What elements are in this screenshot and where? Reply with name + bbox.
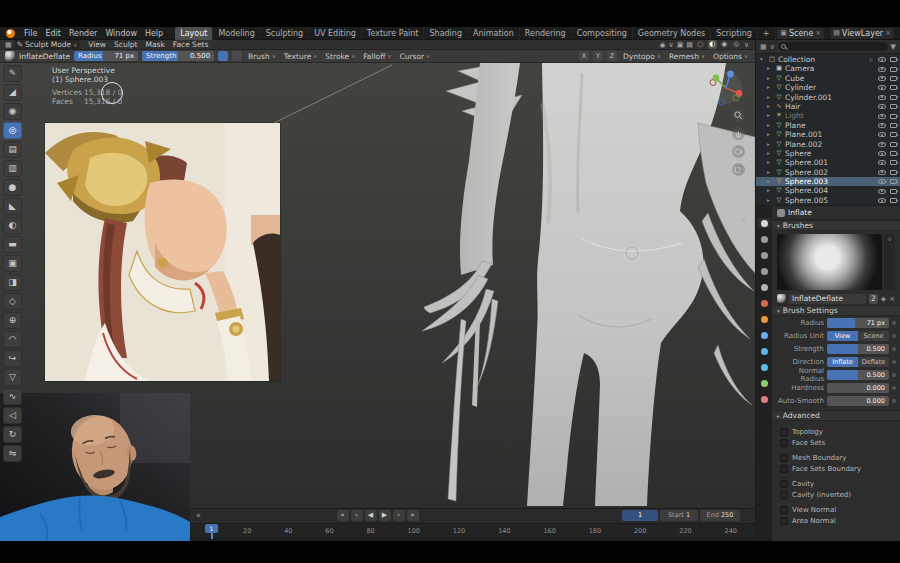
outliner-item-sphere-001[interactable]: ▸ ▽ Sphere.001: [756, 158, 900, 167]
auto-smooth-slider[interactable]: 0.000: [827, 396, 889, 406]
item-expand-icon[interactable]: ▸: [767, 93, 773, 102]
prev-keyframe-button[interactable]: ‹: [351, 510, 363, 521]
properties-tab-active-tool[interactable]: [757, 218, 771, 228]
disable-render-icon[interactable]: [890, 95, 897, 100]
disable-render-icon[interactable]: [890, 123, 897, 128]
item-expand-icon[interactable]: ▸: [767, 64, 773, 73]
workspace-tab-animation[interactable]: Animation: [468, 27, 520, 40]
tool-thumb-button[interactable]: ▽: [3, 369, 22, 386]
tool-smooth-button[interactable]: ◐: [3, 217, 22, 234]
mirror-toggle[interactable]: Y: [593, 51, 603, 61]
object-name[interactable]: Camera: [785, 64, 874, 73]
move-view-icon[interactable]: [732, 127, 745, 140]
workspace-tab-geometry-nodes[interactable]: Geometry Nodes: [633, 27, 711, 40]
viewport-options-dropdown[interactable]: Remesh∨: [667, 52, 707, 61]
radius-slider[interactable]: Radius 71 px: [74, 51, 138, 61]
viewport-menu[interactable]: Face Sets: [169, 40, 213, 49]
normal-radius-slider[interactable]: 0.500: [827, 370, 889, 380]
tool-clay-strips-button[interactable]: ▤: [3, 141, 22, 158]
collection-expand-icon[interactable]: ▾: [760, 55, 766, 64]
pivot-icon[interactable]: ◉: [659, 41, 665, 49]
filter-icon[interactable]: ▼: [891, 43, 896, 51]
tool-pinch-button[interactable]: ◇: [3, 293, 22, 310]
disable-render-icon[interactable]: [890, 151, 897, 156]
workspace-tab-sculpting[interactable]: Sculpting: [261, 27, 309, 40]
item-expand-icon[interactable]: ▸: [767, 177, 773, 186]
item-expand-icon[interactable]: ▸: [767, 186, 773, 195]
current-frame-field[interactable]: 1: [622, 510, 658, 521]
tool-clay-button[interactable]: ◉: [3, 103, 22, 120]
outliner-search-input[interactable]: [778, 42, 888, 51]
outliner-item-sphere-003[interactable]: ▸ ▽ Sphere.003: [756, 177, 900, 186]
outliner-item-cylinder-001[interactable]: ▸ ▽ Cylinder.001: [756, 93, 900, 102]
animate-dot-icon[interactable]: [892, 386, 896, 390]
hide-eye-icon[interactable]: [878, 67, 886, 72]
collection-eye-icon[interactable]: [878, 57, 886, 62]
workspace-tab-add-workspace[interactable]: +: [758, 27, 776, 40]
direction-deflate-button[interactable]: Deflate: [858, 357, 889, 367]
item-expand-icon[interactable]: ▸: [767, 196, 773, 205]
object-name[interactable]: Plane: [785, 121, 874, 130]
workspace-tab-compositing[interactable]: Compositing: [572, 27, 633, 40]
disable-render-icon[interactable]: [890, 179, 897, 184]
hide-eye-icon[interactable]: [878, 160, 886, 165]
topbar-menu[interactable]: File: [20, 29, 41, 38]
object-name[interactable]: Sphere.001: [785, 158, 874, 167]
navigation-gizmo[interactable]: [706, 68, 746, 108]
animate-dot-icon[interactable]: [892, 321, 896, 325]
outliner-mode-chevron-icon[interactable]: ∨: [770, 43, 775, 51]
workspace-tab-rendering[interactable]: Rendering: [520, 27, 572, 40]
pivot-chevron-icon[interactable]: ∨: [669, 41, 674, 49]
tool-settings-dropdown[interactable]: Falloff∨: [361, 52, 393, 61]
outliner-item-cylinder[interactable]: ▸ ▽ Cylinder: [756, 83, 900, 92]
next-keyframe-button[interactable]: ›: [393, 510, 405, 521]
zoom-icon[interactable]: [732, 109, 745, 122]
disable-render-icon[interactable]: [890, 67, 897, 72]
radius-unit-view-button[interactable]: View: [827, 331, 858, 341]
mirror-toggle[interactable]: X: [579, 51, 589, 61]
checkbox[interactable]: [780, 465, 788, 473]
scene-selector[interactable]: ▣ Scene ×: [777, 28, 824, 39]
collection-render-icon[interactable]: [890, 57, 897, 62]
object-name[interactable]: Cube: [785, 74, 874, 83]
hide-eye-icon[interactable]: [878, 76, 886, 81]
checkbox[interactable]: [780, 506, 788, 514]
tool-settings-dropdown[interactable]: Stroke∨: [323, 52, 357, 61]
tool-layer-button[interactable]: ▥: [3, 160, 22, 177]
topbar-menu[interactable]: Edit: [41, 29, 65, 38]
play-reverse-button[interactable]: ◀: [365, 510, 377, 521]
disable-render-icon[interactable]: [890, 85, 897, 90]
workspace-tab-layout[interactable]: Layout: [175, 27, 213, 40]
hide-eye-icon[interactable]: [878, 123, 886, 128]
viewport-menu[interactable]: Mask: [141, 40, 168, 49]
workspace-tab-modeling[interactable]: Modeling: [213, 27, 260, 40]
hide-eye-icon[interactable]: [878, 189, 886, 194]
object-name[interactable]: Sphere.002: [785, 168, 874, 177]
sculpt-model[interactable]: [330, 63, 755, 508]
item-expand-icon[interactable]: ▸: [767, 168, 773, 177]
properties-tab-particles[interactable]: [757, 346, 771, 356]
tool-flatten-button[interactable]: ▬: [3, 236, 22, 253]
properties-tab-render[interactable]: [757, 234, 771, 244]
object-name[interactable]: Cylinder.001: [785, 93, 874, 102]
animate-dot-icon[interactable]: [892, 334, 896, 338]
tool-grab-button[interactable]: ⊕: [3, 312, 22, 329]
blender-logo-icon[interactable]: [6, 29, 15, 38]
mirror-toggle[interactable]: Z: [607, 51, 617, 61]
viewlayer-selector[interactable]: ▤ ViewLayer ×: [830, 28, 894, 39]
hide-eye-icon[interactable]: [878, 170, 886, 175]
checkbox[interactable]: [780, 491, 788, 499]
curve-preset-icon[interactable]: [232, 51, 242, 61]
tool-blob-button[interactable]: ●: [3, 179, 22, 196]
brush-user-count[interactable]: 2: [869, 294, 878, 304]
item-expand-icon[interactable]: ▸: [767, 158, 773, 167]
topbar-menu[interactable]: Window: [101, 29, 141, 38]
hide-eye-icon[interactable]: [878, 142, 886, 147]
tool-scrape-button[interactable]: ◨: [3, 274, 22, 291]
item-expand-icon[interactable]: ▸: [767, 74, 773, 83]
hide-eye-icon[interactable]: [878, 132, 886, 137]
properties-tab-output[interactable]: [757, 250, 771, 260]
checkbox[interactable]: [780, 480, 788, 488]
outliner-item-sphere-005[interactable]: ▸ ▽ Sphere.005: [756, 196, 900, 205]
strength-slider[interactable]: Strength 0.500: [142, 51, 214, 61]
